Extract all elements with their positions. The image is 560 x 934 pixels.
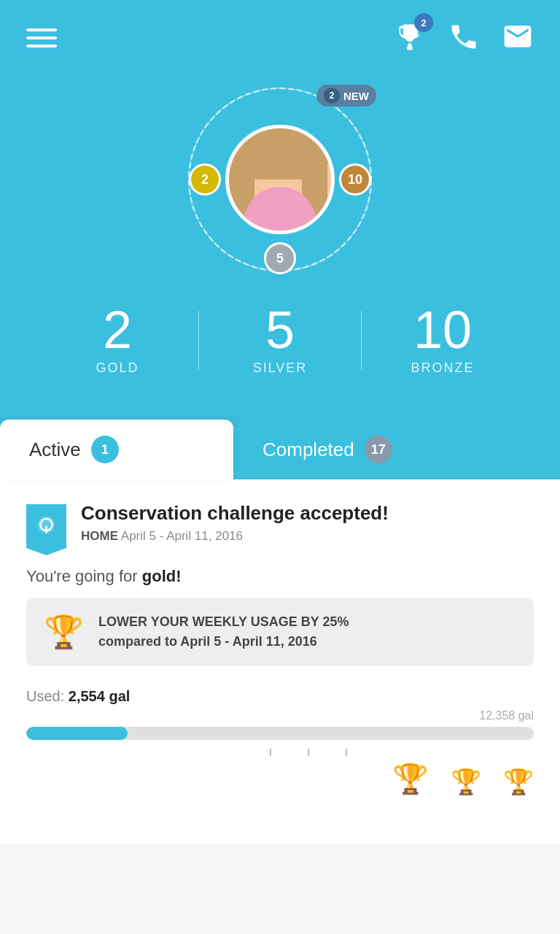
tick-marks	[26, 749, 534, 756]
challenge-goal: You're going for gold!	[26, 567, 534, 586]
tab-completed-label: Completed	[262, 439, 354, 461]
gold-medal-circle: 2	[189, 163, 221, 196]
gold-number: 2	[44, 304, 191, 356]
top-section: 2	[0, 0, 560, 420]
bronze-stat: 10 BRONZE	[369, 304, 516, 376]
phone-nav-button[interactable]	[448, 20, 480, 55]
challenge-header: Conservation challenge accepted! HOME Ap…	[26, 501, 534, 555]
content-area: Conservation challenge accepted! HOME Ap…	[0, 479, 560, 844]
new-badge-label: NEW	[343, 90, 369, 102]
new-badge-count: 2	[324, 88, 340, 104]
navbar: 2	[0, 0, 560, 63]
trophy-markers: 🏆 🏆 🏆	[26, 762, 534, 796]
challenge-subtitle: HOME April 5 - April 11, 2016	[81, 529, 389, 544]
tick-3	[346, 749, 347, 756]
menu-button[interactable]	[26, 28, 57, 47]
bronze-number: 10	[369, 304, 516, 356]
mail-icon	[502, 20, 534, 53]
challenge-goal-text: You're going for	[26, 567, 138, 585]
nav-right: 2	[394, 20, 534, 55]
challenge-trophy-icon: 🏆	[44, 613, 84, 651]
challenge-box-line2: compared to April 5 - April 11, 2016	[98, 632, 349, 652]
mail-nav-button[interactable]	[502, 20, 534, 55]
tick-2	[308, 749, 309, 756]
tab-completed-count: 17	[365, 436, 392, 463]
challenge-location: HOME	[81, 529, 118, 543]
tabs-section: Active 1 Completed 17	[0, 420, 560, 479]
gold-stat: 2 GOLD	[44, 304, 191, 376]
gold-label: GOLD	[44, 360, 191, 376]
trophy-nav-button[interactable]: 2	[394, 20, 426, 55]
silver-label: SILVER	[206, 360, 354, 376]
challenge-card: Conservation challenge accepted! HOME Ap…	[26, 501, 534, 796]
stats-section: 2 GOLD 5 SILVER 10 BRONZE	[0, 289, 560, 390]
silver-stat: 5 SILVER	[206, 304, 354, 376]
tick-1	[270, 749, 271, 756]
stat-divider-2	[361, 311, 362, 369]
bronze-label: BRONZE	[369, 360, 516, 376]
challenge-goal-value: gold!	[142, 567, 182, 585]
tabs-bar: Active 1 Completed 17	[0, 420, 560, 479]
silver-medal-circle: 5	[264, 242, 296, 274]
avatar-section: 2 NEW 2 5 10	[0, 63, 560, 289]
challenge-text: Conservation challenge accepted! HOME Ap…	[81, 501, 389, 544]
trophy-badge: 2	[414, 13, 433, 32]
tab-completed[interactable]: Completed 17	[233, 420, 560, 479]
challenge-box: 🏆 LOWER YOUR WEEKLY USAGE BY 25% compare…	[26, 598, 534, 666]
tab-active[interactable]: Active 1	[0, 420, 233, 479]
avatar-ring: 2 NEW 2 5 10	[178, 77, 382, 282]
phone-icon	[448, 20, 480, 53]
stat-divider-1	[198, 311, 199, 369]
usage-label: Used: 2,554 gal	[26, 688, 534, 705]
usage-bar	[26, 727, 534, 740]
avatar	[225, 125, 335, 234]
new-badge: 2 NEW	[316, 85, 376, 107]
gold-trophy-marker: 🏆	[392, 762, 429, 796]
usage-section: Used: 2,554 gal 12,358 gal 🏆 🏆 🏆	[26, 688, 534, 796]
usage-bar-fill	[26, 727, 128, 740]
bronze-trophy-marker: 🏆	[503, 767, 534, 796]
usage-max-label: 12,358 gal	[26, 709, 534, 722]
used-label-text: Used:	[26, 688, 64, 704]
challenge-box-text: LOWER YOUR WEEKLY USAGE BY 25% compared …	[98, 612, 349, 652]
silver-trophy-marker: 🏆	[451, 767, 481, 796]
challenge-title: Conservation challenge accepted!	[81, 501, 389, 526]
tab-active-count: 1	[91, 436, 119, 463]
challenge-icon	[26, 504, 66, 555]
tab-active-label: Active	[29, 439, 81, 461]
silver-number: 5	[206, 304, 354, 356]
challenge-date: April 5 - April 11, 2016	[121, 529, 243, 543]
bronze-medal-circle: 10	[339, 163, 371, 196]
challenge-box-line1: LOWER YOUR WEEKLY USAGE BY 25%	[98, 612, 349, 632]
used-value: 2,554 gal	[69, 688, 131, 704]
